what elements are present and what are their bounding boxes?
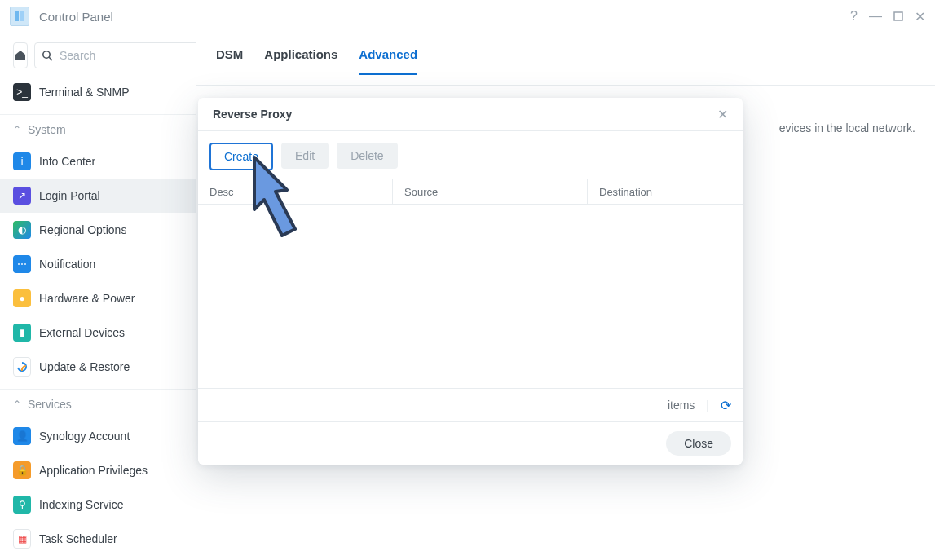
sidebar-group-services[interactable]: ⌃ Services [0,389,196,419]
search-doc-icon: ⚲ [13,496,31,514]
sidebar-group-label: Services [28,398,72,411]
window-title-bar: Control Panel ? — ✕ [0,0,935,33]
maximize-icon[interactable] [893,9,903,24]
close-window-icon[interactable]: ✕ [915,9,925,24]
column-source[interactable]: Source [393,179,588,204]
sidebar-item-update-restore[interactable]: Update & Restore [0,350,196,384]
sidebar-item-label: Regional Options [39,223,126,236]
modal-status-bar: items | ⟳ [198,388,743,421]
bulb-icon: ● [13,289,31,307]
svg-point-3 [43,51,50,58]
tab-dsm[interactable]: DSM [216,47,243,73]
table-header: Desc Source Destination [198,179,743,205]
sidebar-item-hardware-power[interactable]: ● Hardware & Power [0,281,196,315]
chevron-up-icon: ⌃ [13,124,21,135]
sidebar-group-system[interactable]: ⌃ System [0,114,196,144]
svg-line-4 [49,57,52,60]
column-spacer [690,179,743,204]
restore-icon [13,358,31,376]
minimize-icon[interactable]: — [869,9,882,24]
sidebar-item-label: Notification [39,258,95,271]
control-panel-icon [10,7,29,26]
search-input[interactable] [58,48,196,63]
sidebar-item-notification[interactable]: ⋯ Notification [0,247,196,281]
tab-advanced[interactable]: Advanced [359,47,417,75]
close-button[interactable]: Close [666,431,731,456]
sidebar-item-application-privileges[interactable]: 🔒 Application Privileges [0,453,196,487]
sidebar-item-label: External Devices [39,326,125,339]
terminal-icon: >_ [13,83,31,101]
help-icon[interactable]: ? [850,9,858,24]
chat-icon: ⋯ [13,255,31,273]
window-title: Control Panel [39,10,113,24]
search-icon [42,50,53,61]
sidebar-group-label: System [28,123,66,136]
sidebar-item-label: Login Portal [39,189,100,202]
refresh-icon[interactable]: ⟳ [721,398,731,413]
svg-rect-1 [20,11,24,21]
chevron-up-icon: ⌃ [13,399,21,410]
create-button[interactable]: Create [209,143,273,170]
home-icon [14,49,27,62]
calendar-icon: ▦ [13,530,31,548]
close-icon[interactable]: ✕ [717,107,728,122]
home-button[interactable] [13,42,28,68]
edit-button: Edit [281,143,329,169]
lock-icon: 🔒 [13,461,31,479]
column-description[interactable]: Desc [198,179,393,204]
sidebar-item-terminal-snmp[interactable]: >_ Terminal & SNMP [0,75,196,109]
modal-footer: Close [198,421,743,465]
item-count-label: items [668,399,695,412]
login-portal-icon: ↗ [13,187,31,205]
sidebar-item-info-center[interactable]: i Info Center [0,144,196,179]
sidebar-item-indexing-service[interactable]: ⚲ Indexing Service [0,487,196,522]
sidebar-item-label: Info Center [39,155,95,168]
sidebar-item-label: Terminal & SNMP [39,86,129,99]
sidebar-item-label: Application Privileges [39,464,148,477]
tab-applications[interactable]: Applications [264,47,337,73]
tab-bar: DSM Applications Advanced [196,33,935,86]
sidebar-item-login-portal[interactable]: ↗ Login Portal [0,179,196,213]
sidebar-item-external-devices[interactable]: ▮ External Devices [0,315,196,350]
device-icon: ▮ [13,324,31,342]
sidebar-item-label: Synology Account [39,430,130,443]
sidebar-item-task-scheduler[interactable]: ▦ Task Scheduler [0,522,196,556]
svg-rect-2 [894,12,902,20]
delete-button: Delete [337,143,397,169]
modal-toolbar: Create Edit Delete [198,131,743,179]
reverse-proxy-modal: Reverse Proxy ✕ Create Edit Delete Desc … [198,98,743,465]
sidebar-item-regional-options[interactable]: ◐ Regional Options [0,213,196,247]
sidebar-item-label: Hardware & Power [39,292,135,305]
table-body [198,205,743,388]
search-field[interactable] [34,42,196,68]
sidebar-item-label: Update & Restore [39,360,130,373]
modal-header: Reverse Proxy ✕ [198,98,743,131]
sidebar: >_ Terminal & SNMP ⌃ System i Info Cente… [0,33,196,560]
sidebar-item-label: Indexing Service [39,498,124,511]
info-icon: i [13,152,31,170]
svg-rect-0 [15,11,19,21]
column-destination[interactable]: Destination [588,179,690,204]
globe-icon: ◐ [13,221,31,239]
sidebar-item-synology-account[interactable]: 👤 Synology Account [0,419,196,453]
sidebar-item-label: Task Scheduler [39,532,117,545]
account-icon: 👤 [13,427,31,445]
modal-title: Reverse Proxy [213,108,292,121]
